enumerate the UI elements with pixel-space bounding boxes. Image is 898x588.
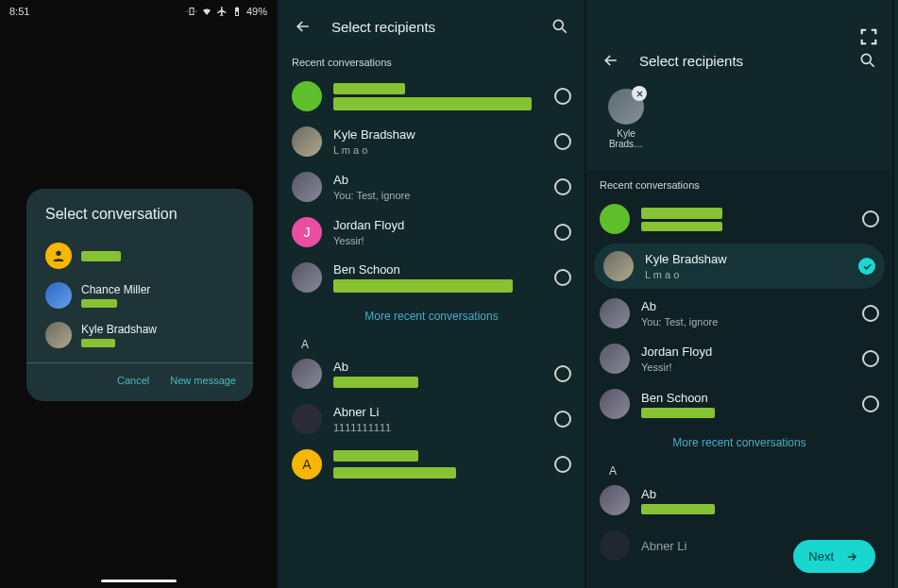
check-icon [862,261,873,272]
svg-point-0 [56,251,60,256]
radio-unselected[interactable] [554,178,571,195]
dialog-conversation-item[interactable]: Chance Miller [26,276,253,315]
avatar [292,359,322,389]
svg-point-2 [861,54,871,63]
recipient-sub: Yessir! [641,361,851,373]
avatar [600,530,630,561]
next-button[interactable]: Next [793,540,875,573]
next-label: Next [808,549,834,563]
avatar-letter: J [292,217,322,247]
recipient-row[interactable]: A [279,442,585,487]
radio-unselected[interactable] [862,210,879,227]
avatar [45,322,72,348]
radio-unselected[interactable] [862,395,879,412]
redacted-text [81,251,121,261]
recipient-name: Ab [333,360,543,374]
person-icon [45,243,72,269]
alpha-header: A [279,332,585,351]
radio-selected[interactable] [858,258,875,275]
battery-icon [231,6,243,17]
recipient-row[interactable]: Abner Li 1111111111 [279,396,585,442]
search-icon [551,17,569,36]
vibrate-icon [186,6,197,17]
app-bar: Select recipients [586,0,892,81]
cancel-button[interactable]: Cancel [117,375,149,386]
redacted-text [641,408,715,418]
dialog-conversation-item[interactable] [26,236,253,276]
radio-unselected[interactable] [862,305,879,322]
fullscreen-button[interactable] [858,26,879,51]
avatar [292,404,322,434]
recipient-row[interactable]: Ben Schoon [586,381,892,427]
avatar [292,172,322,202]
search-button[interactable] [549,15,571,38]
search-icon [858,51,877,70]
redacted-text [641,208,722,219]
more-recent-link[interactable]: More recent conversations [279,300,585,332]
redacted-text [333,467,456,479]
radio-unselected[interactable] [554,88,571,105]
remove-chip-button[interactable] [632,86,647,101]
recipient-row[interactable]: Ab [279,351,585,396]
search-button[interactable] [856,49,879,72]
recipient-row-selected[interactable]: Kyle Bradshaw L m a o [594,244,885,289]
airplane-icon [216,6,228,17]
radio-unselected[interactable] [554,365,571,382]
home-indicator[interactable] [101,580,177,582]
recipient-name: Ab [641,487,879,501]
radio-unselected[interactable] [554,224,571,241]
avatar [608,89,644,125]
recipient-name: Ab [333,173,543,187]
panel-select-recipients-selected: Select recipients Kyle Brads… Recent con… [586,0,894,588]
recipient-row[interactable]: Ab You: Test, ignore [586,291,892,336]
radio-unselected[interactable] [554,133,571,150]
redacted-text [333,97,532,110]
recipient-row[interactable]: Kyle Bradshaw L m a o [279,119,585,164]
fullscreen-icon [858,26,879,47]
arrow-back-icon [601,51,620,70]
radio-unselected[interactable] [554,456,571,473]
redacted-text [333,83,405,94]
panel-select-recipients: Select recipients Recent conversations K… [279,0,586,588]
redacted-text [641,504,715,514]
radio-unselected[interactable] [554,269,571,286]
recipient-chip[interactable]: Kyle Brads… [600,89,652,149]
avatar [292,126,322,157]
recipient-name: Jordan Floyd [641,344,851,359]
app-bar: Select recipients [279,0,585,47]
radio-unselected[interactable] [862,350,879,367]
dialog-conversation-item[interactable]: Kyle Bradshaw [26,315,253,355]
back-button[interactable] [292,15,314,38]
avatar [600,344,630,374]
recipient-row[interactable]: Ben Schoon [279,255,585,300]
redacted-text [81,339,115,347]
avatar [292,81,322,111]
status-time: 8:51 [9,6,29,17]
recipient-row[interactable]: J Jordan Floyd Yessir! [279,210,585,255]
recipient-name: Abner Li [333,405,543,419]
redacted-text [81,299,117,308]
status-battery-pct: 49% [246,6,267,17]
avatar [600,204,630,234]
recipient-row[interactable] [586,196,892,242]
back-button[interactable] [600,49,622,72]
new-message-button[interactable]: New message [170,375,236,386]
recipient-name: Ben Schoon [333,262,543,277]
more-recent-link[interactable]: More recent conversations [586,427,892,459]
divider [26,362,253,363]
arrow-forward-icon [843,550,860,563]
avatar [600,298,630,328]
section-recent-label: Recent conversations [586,170,892,196]
recipient-row[interactable]: Ab You: Test, ignore [279,164,585,210]
recipient-sub: You: Test, ignore [641,316,851,328]
wifi-icon [201,6,212,17]
radio-unselected[interactable] [554,411,571,428]
recipient-row[interactable] [279,74,585,119]
recipient-sub: L m a o [333,144,543,156]
recipient-row[interactable]: Jordan Floyd Yessir! [586,336,892,381]
recipient-row[interactable]: Ab [586,478,892,523]
avatar [600,389,630,419]
close-icon [635,90,644,98]
recipient-sub: L m a o [645,269,847,280]
avatar-letter: A [292,449,322,479]
